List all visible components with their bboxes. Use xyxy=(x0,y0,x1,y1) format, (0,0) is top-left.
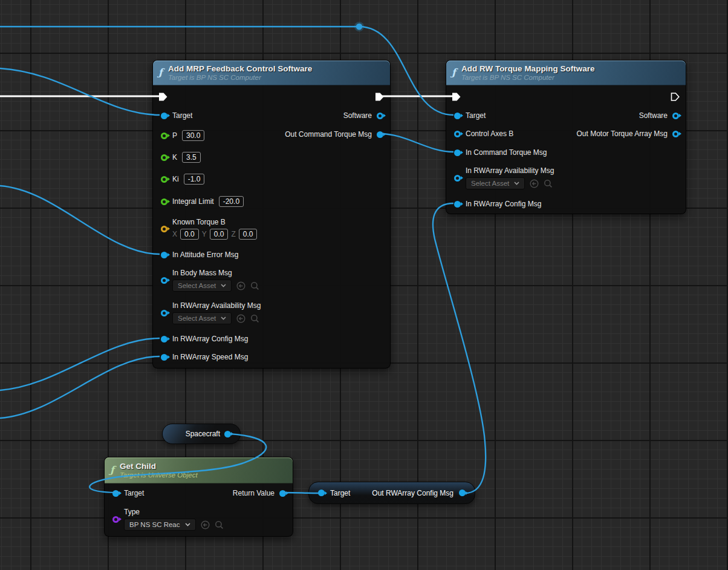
node-spacecraft-variable[interactable]: Spacecraft xyxy=(162,424,241,444)
type-class-dropdown[interactable]: BP NS SC Reac xyxy=(124,519,196,531)
pin-label: Target xyxy=(172,111,192,120)
pin-label: Integral Limit xyxy=(172,197,214,206)
use-selected-asset-icon[interactable] xyxy=(530,179,539,188)
target-input-pin[interactable] xyxy=(161,113,167,119)
p-input-pin[interactable] xyxy=(161,133,167,139)
out-command-torque-msg-pin[interactable] xyxy=(377,131,383,138)
out-motor-torque-array-msg-pin[interactable] xyxy=(672,131,679,137)
p-value-field[interactable]: 30.0 xyxy=(182,130,204,141)
pin-label: In RWArray Availability Msg xyxy=(172,301,261,310)
in-rwarray-config-msg-pin[interactable] xyxy=(161,336,167,342)
node-add-mrp-feedback-control-software[interactable]: ƒ Add MRP Feedback Control Software Targ… xyxy=(152,60,391,369)
x-value-field[interactable]: 0.0 xyxy=(180,229,199,240)
chevron-down-icon xyxy=(514,182,519,185)
in-rwarray-speed-msg-pin[interactable] xyxy=(161,354,167,361)
pin-label: In Attitude Error Msg xyxy=(172,251,238,259)
integral-limit-value-field[interactable]: -20.0 xyxy=(219,196,244,207)
pin-label: Out Motor Torque Array Msg xyxy=(576,129,668,138)
y-value-field[interactable]: 0.0 xyxy=(210,229,229,240)
in-rwarray-config-msg-pin[interactable] xyxy=(454,201,461,208)
pin-label: Out RWArray Config Msg xyxy=(372,489,453,497)
k-value-field[interactable]: 3.5 xyxy=(182,152,201,163)
return-value-output-pin[interactable] xyxy=(279,490,286,497)
in-rwarray-availability-msg-pin[interactable] xyxy=(454,175,461,182)
target-input-pin[interactable] xyxy=(454,113,461,119)
out-rwarray-config-msg-pin[interactable] xyxy=(459,490,466,496)
rwarray-availability-asset-dropdown[interactable]: Select Asset xyxy=(466,177,525,189)
x-axis-label: X xyxy=(172,230,177,238)
chevron-down-icon xyxy=(185,523,190,526)
browse-asset-icon[interactable] xyxy=(250,281,259,290)
exec-out-pin[interactable] xyxy=(671,93,680,102)
node-subtitle: Target is BP NS SC Computer xyxy=(461,74,595,81)
target-input-pin[interactable] xyxy=(318,490,325,496)
pin-label: K xyxy=(172,153,177,162)
function-icon: ƒ xyxy=(110,465,114,475)
type-input-pin[interactable] xyxy=(112,516,119,523)
pin-label: Control Axes B xyxy=(466,129,513,138)
pin-label: Type xyxy=(124,508,224,516)
exec-in-pin[interactable] xyxy=(158,93,168,102)
node-title: Add MRP Feedback Control Software xyxy=(168,64,312,73)
pin-label: Target xyxy=(466,111,486,120)
in-attitude-error-msg-pin[interactable] xyxy=(161,252,167,258)
variable-label: Spacecraft xyxy=(186,430,220,438)
exec-out-pin[interactable] xyxy=(375,93,385,102)
pin-label: Target xyxy=(124,489,144,497)
software-output-pin[interactable] xyxy=(377,113,383,119)
exec-in-pin[interactable] xyxy=(452,93,461,102)
use-selected-asset-icon[interactable] xyxy=(201,520,210,529)
node-subtitle: Target is Universe Object xyxy=(120,471,198,479)
pin-label: Known Torque B xyxy=(172,218,257,226)
node-subtitle: Target is BP NS SC Computer xyxy=(168,74,312,81)
node-header[interactable]: ƒ Get Child Target is Universe Object xyxy=(105,457,293,483)
z-value-field[interactable]: 0.0 xyxy=(239,229,258,240)
pin-label: Software xyxy=(343,111,372,120)
known-torque-b-input-pin[interactable] xyxy=(161,226,167,232)
ki-value-field[interactable]: -1.0 xyxy=(184,174,205,185)
node-add-rw-torque-mapping-software[interactable]: ƒ Add RW Torque Mapping Software Target … xyxy=(446,60,686,214)
use-selected-asset-icon[interactable] xyxy=(236,314,245,323)
pin-label: Out Command Torque Msg xyxy=(285,130,372,139)
pin-label: In RWArray Speed Msg xyxy=(172,353,248,361)
control-axes-b-input-pin[interactable] xyxy=(454,131,461,137)
ki-input-pin[interactable] xyxy=(161,176,167,183)
pin-label: In RWArray Config Msg xyxy=(172,335,248,343)
pin-label: In Command Torque Msg xyxy=(466,148,547,157)
chevron-down-icon xyxy=(221,316,226,320)
pin-label: In Body Mass Msg xyxy=(172,269,259,277)
in-command-torque-msg-pin[interactable] xyxy=(454,149,461,156)
browse-asset-icon[interactable] xyxy=(215,520,224,529)
pin-label: In RWArray Config Msg xyxy=(466,200,541,208)
body-mass-asset-dropdown[interactable]: Select Asset xyxy=(172,280,232,292)
in-body-mass-msg-pin[interactable] xyxy=(161,277,167,284)
chevron-down-icon xyxy=(221,284,226,287)
software-output-pin[interactable] xyxy=(672,113,679,119)
pin-label: Return Value xyxy=(233,489,275,497)
node-title: Get Child xyxy=(120,462,198,471)
pin-label: Software xyxy=(639,111,668,120)
k-input-pin[interactable] xyxy=(161,154,167,161)
use-selected-asset-icon[interactable] xyxy=(236,281,245,290)
rwarray-availability-asset-dropdown[interactable]: Select Asset xyxy=(172,312,232,324)
pin-label: P xyxy=(172,131,177,140)
in-rwarray-availability-msg-pin[interactable] xyxy=(161,310,167,316)
target-input-pin[interactable] xyxy=(112,490,119,497)
node-get-child[interactable]: ƒ Get Child Target is Universe Object Ta… xyxy=(104,457,293,537)
node-out-rwarray-config-msg[interactable]: Target Out RWArray Config Msg xyxy=(308,482,475,504)
browse-asset-icon[interactable] xyxy=(250,314,259,323)
node-header[interactable]: ƒ Add MRP Feedback Control Software Targ… xyxy=(153,61,390,85)
spacecraft-output-pin[interactable] xyxy=(224,431,231,437)
node-header[interactable]: ƒ Add RW Torque Mapping Software Target … xyxy=(446,61,686,85)
function-icon: ƒ xyxy=(158,68,163,77)
y-axis-label: Y xyxy=(202,230,207,238)
z-axis-label: Z xyxy=(231,230,235,238)
function-icon: ƒ xyxy=(452,68,456,77)
pin-label: Target xyxy=(330,489,350,497)
pin-label: In RWArray Availability Msg xyxy=(466,166,554,175)
pin-label: Ki xyxy=(172,175,179,183)
integral-limit-input-pin[interactable] xyxy=(161,198,167,205)
browse-asset-icon[interactable] xyxy=(544,179,553,188)
node-title: Add RW Torque Mapping Software xyxy=(461,64,595,73)
